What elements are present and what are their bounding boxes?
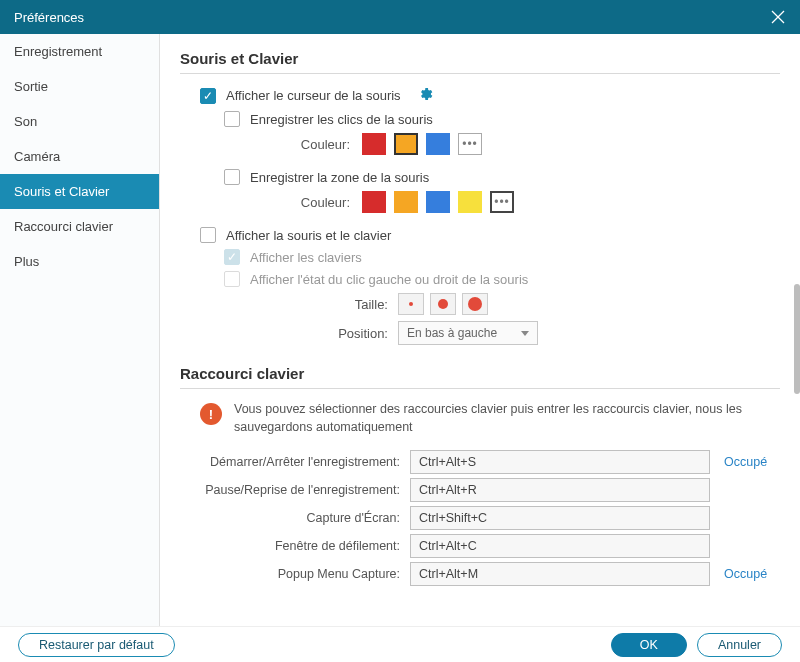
- hk-status-popup[interactable]: Occupé: [724, 567, 767, 581]
- label-record-clicks: Enregistrer les clics de la souris: [250, 112, 433, 127]
- sidebar-item-hotkeys[interactable]: Raccourci clavier: [0, 209, 159, 244]
- restore-defaults-button[interactable]: Restaurer par défaut: [18, 633, 175, 657]
- scrollbar-thumb[interactable]: [794, 284, 800, 394]
- hotkey-notice-text: Vous pouvez sélectionner des raccourcies…: [234, 401, 780, 436]
- label-size: Taille:: [250, 297, 388, 312]
- hk-input-screenshot[interactable]: Ctrl+Shift+C: [410, 506, 710, 530]
- label-show-cursor: Afficher le curseur de la souris: [226, 88, 401, 103]
- checkbox-show-click-state: [224, 271, 240, 287]
- hk-status-start[interactable]: Occupé: [724, 455, 767, 469]
- titlebar: Préférences: [0, 0, 800, 34]
- label-show-keyboards: Afficher les claviers: [250, 250, 362, 265]
- hotkey-notice: ! Vous pouvez sélectionner des raccourci…: [200, 401, 780, 436]
- sidebar: Enregistrement Sortie Son Caméra Souris …: [0, 34, 160, 626]
- checkbox-show-mouse-kb[interactable]: [200, 227, 216, 243]
- sidebar-item-more[interactable]: Plus: [0, 244, 159, 279]
- swatch-click-more[interactable]: •••: [458, 133, 482, 155]
- swatch-click-blue[interactable]: [426, 133, 450, 155]
- close-icon[interactable]: [770, 9, 786, 25]
- ok-button[interactable]: OK: [611, 633, 687, 657]
- hk-label-start: Démarrer/Arrêter l'enregistrement:: [180, 455, 400, 469]
- position-select-value: En bas à gauche: [407, 326, 497, 340]
- sidebar-item-camera[interactable]: Caméra: [0, 139, 159, 174]
- swatch-area-yellow[interactable]: [458, 191, 482, 213]
- checkbox-show-cursor[interactable]: [200, 88, 216, 104]
- size-option-small[interactable]: [398, 293, 424, 315]
- label-show-click-state: Afficher l'état du clic gauche ou droit …: [250, 272, 528, 287]
- label-area-color: Couleur:: [250, 195, 350, 210]
- sidebar-item-mouse-keyboard[interactable]: Souris et Clavier: [0, 174, 159, 209]
- label-position: Position:: [250, 326, 388, 341]
- hk-label-screenshot: Capture d'Écran:: [180, 511, 400, 525]
- label-show-mouse-kb: Afficher la souris et le clavier: [226, 228, 391, 243]
- gear-icon[interactable]: [417, 86, 433, 105]
- swatch-area-blue[interactable]: [426, 191, 450, 213]
- swatch-click-orange[interactable]: [394, 133, 418, 155]
- section-title-mouse: Souris et Clavier: [180, 50, 780, 74]
- sidebar-item-output[interactable]: Sortie: [0, 69, 159, 104]
- hk-input-scrollwin[interactable]: Ctrl+Alt+C: [410, 534, 710, 558]
- hk-input-start[interactable]: Ctrl+Alt+S: [410, 450, 710, 474]
- window-title: Préférences: [14, 10, 84, 25]
- chevron-down-icon: [521, 331, 529, 336]
- hk-label-scrollwin: Fenêtre de défilement:: [180, 539, 400, 553]
- label-record-area: Enregistrer la zone de la souris: [250, 170, 429, 185]
- section-title-hotkeys: Raccourci clavier: [180, 365, 780, 389]
- swatch-click-red[interactable]: [362, 133, 386, 155]
- checkbox-show-keyboards: [224, 249, 240, 265]
- sidebar-item-sound[interactable]: Son: [0, 104, 159, 139]
- hk-input-popup[interactable]: Ctrl+Alt+M: [410, 562, 710, 586]
- swatch-area-red[interactable]: [362, 191, 386, 213]
- label-click-color: Couleur:: [250, 137, 350, 152]
- position-select[interactable]: En bas à gauche: [398, 321, 538, 345]
- hk-label-popup: Popup Menu Capture:: [180, 567, 400, 581]
- alert-icon: !: [200, 403, 222, 425]
- cancel-button[interactable]: Annuler: [697, 633, 782, 657]
- swatch-area-more[interactable]: •••: [490, 191, 514, 213]
- checkbox-record-clicks[interactable]: [224, 111, 240, 127]
- sidebar-item-recording[interactable]: Enregistrement: [0, 34, 159, 69]
- content-pane: Souris et Clavier Afficher le curseur de…: [160, 34, 800, 626]
- swatch-area-orange[interactable]: [394, 191, 418, 213]
- hk-label-pause: Pause/Reprise de l'enregistrement:: [180, 483, 400, 497]
- footer: Restaurer par défaut OK Annuler: [0, 626, 800, 662]
- hk-input-pause[interactable]: Ctrl+Alt+R: [410, 478, 710, 502]
- size-option-medium[interactable]: [430, 293, 456, 315]
- size-option-large[interactable]: [462, 293, 488, 315]
- checkbox-record-area[interactable]: [224, 169, 240, 185]
